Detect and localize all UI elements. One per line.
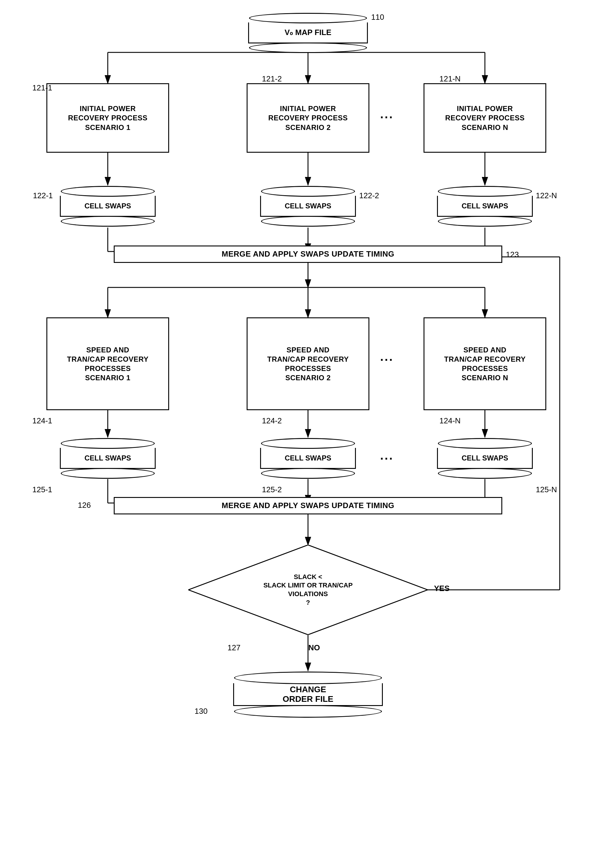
proc2-id: 121-2 xyxy=(262,74,282,84)
vt-map-id: 110 xyxy=(371,12,384,22)
no-label: NO xyxy=(308,643,320,653)
merge2-box: MERGE AND APPLY SWAPS UPDATE TIMING xyxy=(114,497,502,514)
change-order-id: 130 xyxy=(195,707,207,716)
speed1-id: 124-1 xyxy=(32,416,52,425)
merge1-id: 123 xyxy=(506,250,519,259)
dots3: ··· xyxy=(380,452,394,465)
proc2-box: INITIAL POWER RECOVERY PROCESS SCENARIO … xyxy=(246,83,370,153)
procN-box: INITIAL POWER RECOVERY PROCESS SCENARIO … xyxy=(424,83,546,153)
dots1: ··· xyxy=(380,111,394,124)
decision-diamond: SLACK < SLACK LIMIT OR TRAN/CAP VIOLATIO… xyxy=(188,545,428,635)
speedN-box: SPEED AND TRAN/CAP RECOVERY PROCESSES SC… xyxy=(424,317,546,410)
swap1-id: 122-1 xyxy=(33,191,53,200)
proc1-id: 121-1 xyxy=(32,83,52,92)
swapN-cylinder: CELL SWAPS xyxy=(437,185,533,228)
cswap2-id: 125-2 xyxy=(262,485,282,494)
speed2-box: SPEED AND TRAN/CAP RECOVERY PROCESSES SC… xyxy=(246,317,370,410)
procN-id: 121-N xyxy=(440,74,461,84)
vt-map-cylinder: Vₒ MAP FILE xyxy=(248,12,368,54)
merge2-id: 126 xyxy=(78,501,91,510)
cswap2-cylinder: CELL SWAPS xyxy=(260,437,356,479)
cswap1-cylinder: CELL SWAPS xyxy=(60,437,156,479)
speed1-box: SPEED AND TRAN/CAP RECOVERY PROCESSES SC… xyxy=(47,317,169,410)
speed2-id: 124-2 xyxy=(262,416,282,425)
decision-text: SLACK < SLACK LIMIT OR TRAN/CAP VIOLATIO… xyxy=(188,545,428,635)
proc1-box: INITIAL POWER RECOVERY PROCESS SCENARIO … xyxy=(47,83,169,153)
swap2-cylinder: CELL SWAPS xyxy=(260,185,356,228)
swap1-cylinder: CELL SWAPS xyxy=(60,185,156,228)
decision-id: 127 xyxy=(228,643,240,653)
speedN-id: 124-N xyxy=(440,416,461,425)
diagram: Vₒ MAP FILE 110 INITIAL POWER RECOVERY P… xyxy=(0,0,616,859)
merge1-box: MERGE AND APPLY SWAPS UPDATE TIMING xyxy=(114,245,502,263)
yes-label: YES xyxy=(434,584,449,593)
vt-map-label: Vₒ MAP FILE xyxy=(285,28,331,37)
swapN-id: 122-N xyxy=(536,191,557,200)
cswap1-id: 125-1 xyxy=(32,485,52,494)
dots2: ··· xyxy=(380,353,394,367)
swap2-id: 122-2 xyxy=(359,191,379,200)
change-order-cylinder: CHANGEORDER FILE xyxy=(233,671,383,718)
cswapN-cylinder: CELL SWAPS xyxy=(437,437,533,479)
cswapN-id: 125-N xyxy=(536,485,557,494)
